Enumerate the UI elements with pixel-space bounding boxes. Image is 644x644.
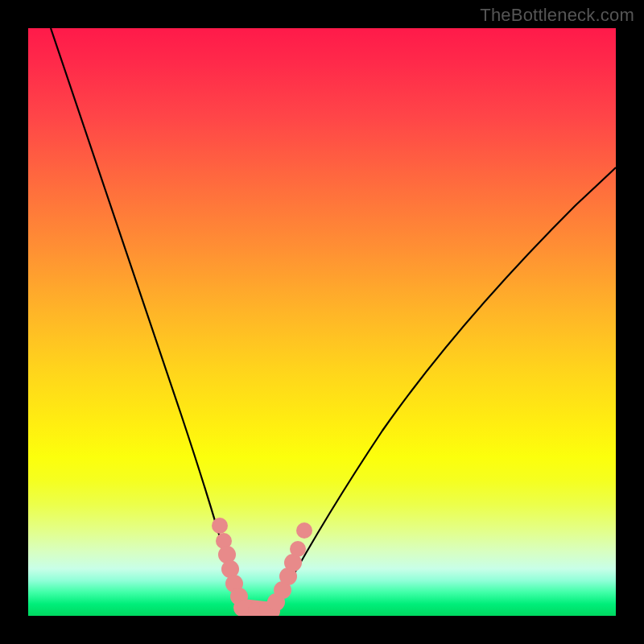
- svg-point-13: [290, 541, 306, 557]
- chart-svg: [28, 28, 616, 616]
- svg-point-14: [296, 522, 312, 539]
- watermark-text: TheBottleneck.com: [480, 5, 634, 26]
- chart-frame: TheBottleneck.com: [0, 0, 644, 644]
- bottleneck-curve-right: [257, 167, 616, 615]
- valley-markers: [212, 518, 312, 616]
- chart-plot-area: [28, 28, 616, 616]
- svg-point-0: [212, 518, 228, 534]
